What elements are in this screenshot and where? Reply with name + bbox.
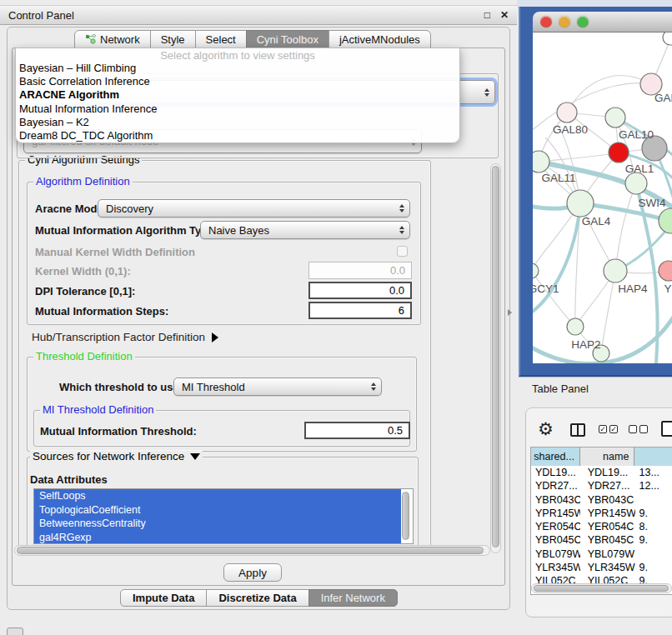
settings-hscrollbar[interactable] [14,545,490,556]
node-gal10[interactable] [605,108,625,128]
dpi-tolerance-field[interactable]: 0.0 [308,282,412,299]
bottom-tab-bar: Impute DataDiscretize DataInfer Network [121,589,398,607]
table-row[interactable]: YER054CYER054C8. [531,520,672,533]
settings-hscrollbar-thumb[interactable] [17,547,484,554]
column-header-name[interactable]: name [580,448,634,466]
node-gal1-label: GAL1 [625,162,654,175]
table-cell [635,493,672,507]
node-gal11-label: GAL11 [541,172,575,184]
settings-vscrollbar-thumb[interactable] [492,166,499,548]
node-hap2[interactable] [567,318,584,335]
table-cell: YBR043C [580,493,635,507]
hub-definition-expander[interactable]: Hub/Transcription Factor Definition [32,331,218,343]
node-green-right[interactable] [659,208,672,233]
collapsed-panel-stub[interactable] [7,628,23,635]
column-header-2[interactable] [634,448,672,466]
split-columns-icon[interactable] [570,423,585,437]
manual-kernel-checkbox[interactable] [397,246,408,257]
close-icon[interactable]: ✕ [500,10,509,20]
tab-jactivemnodules[interactable]: jActiveMNodules [328,30,431,48]
table-hscrollbar-thumb[interactable] [534,585,669,592]
node-gal4[interactable] [567,190,594,217]
table-cell: YBR045C [531,533,580,547]
table-panel-divider [519,377,672,378]
tab-select[interactable]: Select [195,30,247,48]
node-swi4[interactable] [625,172,647,194]
tab-style[interactable]: Style [150,30,196,48]
bottom-tab-impute-data[interactable]: Impute Data [120,589,207,607]
table-body: YDL19...YDL19...13...YDR27...YDR27...12.… [531,466,672,588]
table-row[interactable]: YDL19...YDL19...13... [531,466,672,479]
table-row[interactable]: YDR27...YDR27...12... [531,479,672,492]
float-window-icon[interactable]: □ [484,10,490,20]
tab-label: Cyni Toolbox [257,33,318,46]
kernel-width-field[interactable]: 0.0 [308,262,412,279]
dpi-tolerance-label: DPI Tolerance [0,1]: [35,285,135,298]
node-gal80[interactable] [557,102,577,122]
table-hscrollbar[interactable] [531,583,672,593]
algorithm-dropdown-placeholder: Select algorithm to view settings [16,49,459,62]
bottom-tab-infer-network[interactable]: Infer Network [308,589,398,607]
table-header-row: shared...name [531,448,672,466]
node-hap4[interactable] [604,259,627,282]
node-gal11[interactable] [533,151,549,172]
minimize-traffic-light-icon[interactable] [559,16,570,28]
close-traffic-light-icon[interactable] [540,16,552,28]
hide-columns-icon[interactable] [629,425,648,433]
algorithm-dropdown-popup: Select algorithm to view settings Bayesi… [15,48,460,143]
attribute-item-gal4rgexp[interactable]: gal4RGexp [34,531,401,545]
unchecked-box-icon [639,425,648,433]
tab-network[interactable]: Network [74,30,151,48]
settings-vscrollbar[interactable] [490,163,501,553]
which-threshold-combobox[interactable]: MI Threshold [173,378,382,396]
table-row[interactable]: YPR145WYPR145W9. [531,507,672,520]
attribute-item-betweennesscentrality[interactable]: BetweennessCentrality [34,517,401,531]
stepper-icon [399,226,404,234]
kernel-width-label: Kernel Width (0,1): [35,265,131,278]
network-window: GALGAL80GAL10GAL1GAL11GAL4SWI4GCY1HAP4YH… [519,7,672,377]
algorithm-option-basic-correlation-inference[interactable]: Basic Correlation Inference [16,75,459,88]
gear-icon[interactable]: ⚙ [538,419,554,439]
network-canvas[interactable]: GALGAL80GAL10GAL1GAL11GAL4SWI4GCY1HAP4YH… [533,32,672,363]
bottom-tab-discretize-data[interactable]: Discretize Data [206,589,308,607]
node-gal1[interactable] [609,142,629,162]
panel-splitter-grip[interactable] [508,309,512,316]
apply-button[interactable]: Apply [223,563,282,582]
algorithm-option-aracne-algorithm[interactable]: ARACNE Algorithm [16,88,459,102]
table-row[interactable]: YBR043CYBR043C [531,493,672,507]
algorithm-option-bayesian-hill-climbing[interactable]: Bayesian – Hill Climbing [16,62,459,75]
attributes-scrollbar-thumb[interactable] [402,492,409,540]
network-window-titlebar[interactable] [533,12,672,32]
table-cell: 9. [635,533,672,547]
node-table: shared...name YDL19...YDL19...13...YDR27… [530,447,672,595]
aracne-mode-combobox[interactable]: Discovery [98,199,410,218]
network-graph: GALGAL80GAL10GAL1GAL11GAL4SWI4GCY1HAP4YH… [533,32,672,363]
node-gcy1[interactable] [533,263,539,278]
zoom-traffic-light-icon[interactable] [577,16,589,28]
tab-cyni-toolbox[interactable]: Cyni Toolbox [246,30,329,48]
show-checked-columns-icon[interactable]: ✓ ✓ [599,425,618,433]
mi-threshold-field[interactable]: 0.5 [304,422,410,439]
stepper-icon [484,88,489,97]
table-row[interactable]: YBL079WYBL079W [531,548,672,561]
node-salmon[interactable] [659,261,672,281]
control-panel-title: Control Panel [8,9,74,22]
table-cell: 13... [635,466,672,479]
algorithm-option-bayesian-k2[interactable]: Bayesian – K2 [16,116,459,129]
column-header-shared[interactable]: shared... [531,448,580,466]
mi-steps-field[interactable]: 6 [308,302,412,319]
node-swi4-label: SWI4 [638,197,665,209]
mi-algorithm-type-label: Mutual Information Algorithm Type: [35,224,218,237]
table-row[interactable]: YLR345WYLR345W9. [531,561,672,574]
which-threshold-value: MI Threshold [182,381,245,393]
algorithm-option-mutual-information-inference[interactable]: Mutual Information Inference [16,102,459,116]
node-top-right[interactable] [663,32,672,45]
new-table-icon[interactable] [661,421,672,437]
attribute-item-selfloops[interactable]: SelfLoops [34,489,401,503]
table-row[interactable]: YBR045CYBR045C9. [531,533,672,547]
control-panel-tab-bar: NetworkStyleSelectCyni ToolboxjActiveMNo… [75,30,431,48]
sources-collapse-toggle[interactable]: Sources for Network Inference [30,451,203,462]
attribute-item-topologicalcoefficient[interactable]: TopologicalCoefficient [34,503,401,518]
mi-algorithm-type-combobox[interactable]: Naive Bayes [200,221,410,239]
algorithm-option-dream8-dc-tdc-algorithm[interactable]: Dream8 DC_TDC Algorithm [16,129,459,142]
